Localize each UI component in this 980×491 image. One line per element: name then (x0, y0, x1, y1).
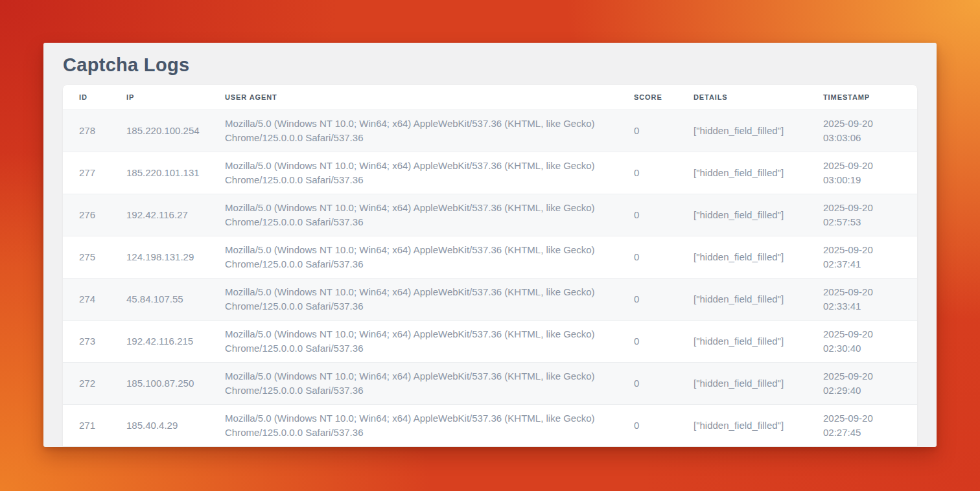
cell-details: ["hidden_field_filled"] (677, 363, 807, 405)
cell-timestamp: 2025-09-20 02:33:41 (807, 279, 917, 321)
cell-details: ["hidden_field_filled"] (677, 152, 807, 194)
cell-timestamp: 2025-09-20 02:37:41 (807, 236, 917, 279)
cell-id: 271 (63, 405, 110, 447)
column-header-ip: IP (110, 85, 209, 110)
table-row: 275 124.198.131.29 Mozilla/5.0 (Windows … (63, 236, 917, 279)
cell-timestamp: 2025-09-20 02:29:40 (807, 363, 917, 405)
cell-score: 0 (618, 321, 677, 363)
cell-score: 0 (618, 194, 677, 236)
cell-ip: 185.40.4.29 (110, 405, 209, 447)
cell-user-agent: Mozilla/5.0 (Windows NT 10.0; Win64; x64… (209, 194, 618, 236)
cell-score: 0 (618, 236, 677, 279)
cell-ip: 45.84.107.55 (110, 279, 209, 321)
column-header-user-agent: USER AGENT (209, 85, 618, 110)
cell-id: 277 (63, 152, 110, 194)
table-row: 276 192.42.116.27 Mozilla/5.0 (Windows N… (63, 194, 917, 236)
table-row: 274 45.84.107.55 Mozilla/5.0 (Windows NT… (63, 279, 917, 321)
page-title: Captcha Logs (63, 43, 917, 76)
cell-ip: 185.100.87.250 (110, 363, 209, 405)
captcha-logs-table: ID IP USER AGENT SCORE DETAILS TIMESTAMP… (63, 85, 917, 446)
cell-timestamp: 2025-09-20 02:30:40 (807, 321, 917, 363)
cell-timestamp: 2025-09-20 03:03:06 (807, 110, 917, 152)
cell-details: ["hidden_field_filled"] (677, 405, 807, 447)
cell-ip: 192.42.116.27 (110, 194, 209, 236)
cell-ip: 124.198.131.29 (110, 236, 209, 279)
column-header-details: DETAILS (677, 85, 807, 110)
table-header-row: ID IP USER AGENT SCORE DETAILS TIMESTAMP (63, 85, 917, 110)
cell-user-agent: Mozilla/5.0 (Windows NT 10.0; Win64; x64… (209, 405, 618, 447)
cell-details: ["hidden_field_filled"] (677, 321, 807, 363)
table-row: 278 185.220.100.254 Mozilla/5.0 (Windows… (63, 110, 917, 152)
cell-id: 278 (63, 110, 110, 152)
column-header-id: ID (63, 85, 110, 110)
cell-score: 0 (618, 279, 677, 321)
cell-id: 274 (63, 279, 110, 321)
table-header: ID IP USER AGENT SCORE DETAILS TIMESTAMP (63, 85, 917, 110)
cell-user-agent: Mozilla/5.0 (Windows NT 10.0; Win64; x64… (209, 321, 618, 363)
column-header-score: SCORE (618, 85, 677, 110)
cell-timestamp: 2025-09-20 02:57:53 (807, 194, 917, 236)
cell-timestamp: 2025-09-20 03:00:19 (807, 152, 917, 194)
cell-id: 275 (63, 236, 110, 279)
table-row: 271 185.40.4.29 Mozilla/5.0 (Windows NT … (63, 405, 917, 447)
cell-user-agent: Mozilla/5.0 (Windows NT 10.0; Win64; x64… (209, 363, 618, 405)
cell-score: 0 (618, 363, 677, 405)
cell-score: 0 (618, 405, 677, 447)
cell-ip: 192.42.116.215 (110, 321, 209, 363)
cell-details: ["hidden_field_filled"] (677, 236, 807, 279)
cell-score: 0 (618, 152, 677, 194)
cell-id: 276 (63, 194, 110, 236)
cell-ip: 185.220.101.131 (110, 152, 209, 194)
table-body: 278 185.220.100.254 Mozilla/5.0 (Windows… (63, 110, 917, 447)
table-row: 273 192.42.116.215 Mozilla/5.0 (Windows … (63, 321, 917, 363)
cell-score: 0 (618, 110, 677, 152)
cell-details: ["hidden_field_filled"] (677, 110, 807, 152)
captcha-logs-card: Captcha Logs ID IP USER AGENT SCORE DETA… (43, 43, 937, 447)
cell-timestamp: 2025-09-20 02:27:45 (807, 405, 917, 447)
cell-id: 273 (63, 321, 110, 363)
table-row: 277 185.220.101.131 Mozilla/5.0 (Windows… (63, 152, 917, 194)
captcha-logs-table-container: ID IP USER AGENT SCORE DETAILS TIMESTAMP… (63, 85, 917, 446)
cell-user-agent: Mozilla/5.0 (Windows NT 10.0; Win64; x64… (209, 279, 618, 321)
cell-user-agent: Mozilla/5.0 (Windows NT 10.0; Win64; x64… (209, 152, 618, 194)
cell-details: ["hidden_field_filled"] (677, 194, 807, 236)
cell-details: ["hidden_field_filled"] (677, 279, 807, 321)
cell-user-agent: Mozilla/5.0 (Windows NT 10.0; Win64; x64… (209, 236, 618, 279)
desktop-background: Captcha Logs ID IP USER AGENT SCORE DETA… (0, 0, 980, 491)
cell-id: 272 (63, 363, 110, 405)
cell-user-agent: Mozilla/5.0 (Windows NT 10.0; Win64; x64… (209, 110, 618, 152)
cell-ip: 185.220.100.254 (110, 110, 209, 152)
table-row: 272 185.100.87.250 Mozilla/5.0 (Windows … (63, 363, 917, 405)
column-header-timestamp: TIMESTAMP (807, 85, 917, 110)
